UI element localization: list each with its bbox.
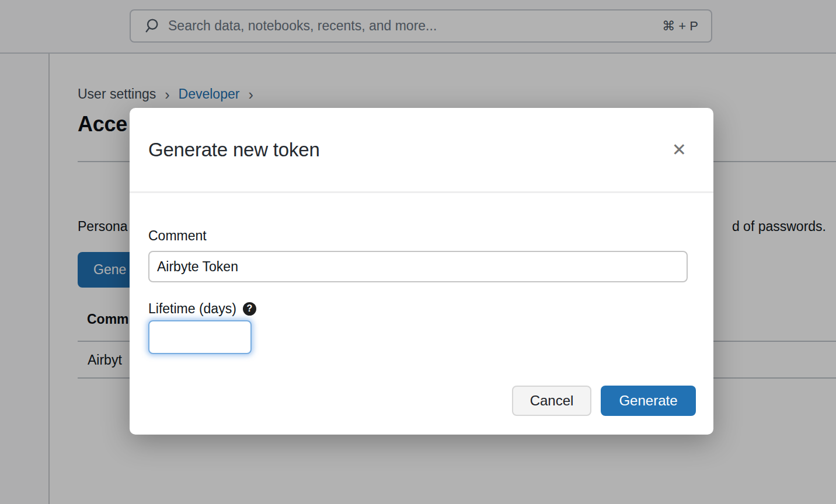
cancel-button[interactable]: Cancel [512,386,591,416]
modal-footer: Cancel Generate [512,386,696,416]
comment-label: Comment [148,227,688,244]
generate-token-modal: Generate new token ✕ Comment Lifetime (d… [130,108,713,435]
help-icon[interactable]: ? [243,302,256,316]
modal-header: Generate new token ✕ [130,108,713,193]
modal-title: Generate new token [148,139,320,161]
lifetime-label-row: Lifetime (days) ? [148,300,688,317]
modal-body: Comment Lifetime (days) ? [130,193,713,354]
lifetime-label: Lifetime (days) [148,300,236,317]
comment-input[interactable] [148,251,688,282]
lifetime-input[interactable] [148,320,252,354]
close-icon[interactable]: ✕ [671,140,688,160]
generate-button[interactable]: Generate [601,386,696,416]
